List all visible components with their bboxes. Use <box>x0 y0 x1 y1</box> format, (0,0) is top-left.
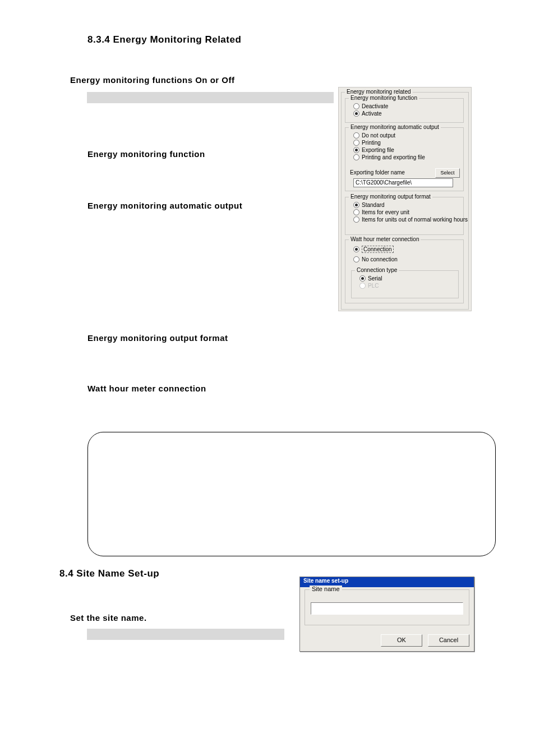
radio-printing-exporting-label: Printing and exporting file <box>362 154 425 160</box>
radio-icon <box>353 154 359 160</box>
watt-hour-meter-connection-label: Watt hour meter connection <box>87 384 206 393</box>
radio-items-out-normal[interactable]: Items for units out of normal working ho… <box>353 216 468 223</box>
radio-icon <box>353 110 359 117</box>
gray-highlight-bar-2 <box>87 629 284 640</box>
energy-monitoring-auto-output-group: Energy monitoring automatic output Do no… <box>345 127 464 191</box>
energy-monitoring-settings-panel: Energy monitoring related Energy monitor… <box>338 87 472 311</box>
radio-icon <box>353 216 359 223</box>
radio-printing-label: Printing <box>362 140 381 146</box>
site-name-group-legend: Site name <box>310 586 342 592</box>
radio-icon <box>353 132 359 139</box>
set-site-name-heading: Set the site name. <box>70 613 147 623</box>
site-name-group: Site name <box>305 589 469 625</box>
section-8-3-4-title: 8.3.4 Energy Monitoring Related <box>87 34 241 45</box>
exporting-folder-label: Exporting folder name <box>350 169 405 176</box>
ok-button[interactable]: OK <box>381 634 422 647</box>
note-box <box>87 432 496 556</box>
radio-items-every-unit[interactable]: Items for every unit <box>353 209 468 215</box>
gray-highlight-bar <box>87 92 334 103</box>
radio-icon <box>353 140 359 146</box>
radio-exporting-file[interactable]: Exporting file <box>353 147 425 153</box>
radio-do-not-output[interactable]: Do not output <box>353 132 425 139</box>
radio-icon <box>353 202 359 208</box>
radio-items-out-normal-label: Items for units out of normal working ho… <box>362 216 468 223</box>
radio-deactivate-label: Deactivate <box>362 103 388 109</box>
radio-printing[interactable]: Printing <box>353 140 425 146</box>
energy-monitoring-output-format-label: Energy monitoring output format <box>87 333 228 343</box>
energy-monitoring-auto-output-legend: Energy monitoring automatic output <box>349 124 441 130</box>
energy-monitoring-output-format-legend: Energy monitoring output format <box>349 193 432 200</box>
radio-icon <box>353 256 359 262</box>
radio-standard[interactable]: Standard <box>353 202 468 208</box>
radio-no-connection-label: No connection <box>362 256 398 262</box>
energy-monitoring-onoff-heading: Energy monitoring functions On or Off <box>70 75 235 85</box>
select-folder-button[interactable]: Select <box>435 168 460 178</box>
site-name-input[interactable] <box>311 602 463 615</box>
radio-activate[interactable]: Activate <box>353 110 388 117</box>
energy-monitoring-auto-output-label: Energy monitoring automatic output <box>87 201 242 210</box>
energy-monitoring-function-legend: Energy monitoring function <box>349 95 419 101</box>
dialog-button-row: OK Cancel <box>381 634 469 647</box>
energy-monitoring-function-label: Energy monitoring function <box>87 149 205 159</box>
radio-exporting-file-label: Exporting file <box>362 147 394 153</box>
radio-standard-label: Standard <box>362 202 385 208</box>
radio-icon <box>353 246 359 252</box>
radio-serial-label: Serial <box>368 275 382 282</box>
connection-type-legend: Connection type <box>355 267 399 273</box>
watt-hour-meter-connection-group: Watt hour meter connection Connection No… <box>345 239 464 303</box>
watt-hour-meter-connection-legend: Watt hour meter connection <box>349 236 421 242</box>
radio-connection[interactable]: Connection <box>353 246 398 253</box>
exporting-folder-input[interactable]: C:\TG2000\Chargefile\ <box>353 178 453 187</box>
energy-monitoring-function-group: Energy monitoring function Deactivate Ac… <box>345 98 464 123</box>
radio-do-not-output-label: Do not output <box>362 132 395 139</box>
cancel-button[interactable]: Cancel <box>428 634 469 647</box>
radio-printing-exporting[interactable]: Printing and exporting file <box>353 154 425 160</box>
radio-activate-label: Activate <box>362 110 382 117</box>
site-name-setup-dialog: Site name set-up Site name OK Cancel <box>299 577 474 652</box>
radio-no-connection[interactable]: No connection <box>353 256 398 262</box>
radio-icon <box>359 275 366 282</box>
energy-monitoring-output-format-group: Energy monitoring output format Standard… <box>345 197 464 235</box>
connection-type-group: Connection type Serial PLC <box>351 270 459 298</box>
radio-serial[interactable]: Serial <box>359 275 382 282</box>
document-page: 8.3.4 Energy Monitoring Related Energy m… <box>0 0 535 756</box>
energy-monitoring-related-group: Energy monitoring related Energy monitor… <box>341 92 469 310</box>
radio-icon <box>353 209 359 215</box>
radio-icon <box>353 147 359 153</box>
radio-icon <box>359 283 366 289</box>
radio-plc[interactable]: PLC <box>359 283 382 289</box>
radio-icon <box>353 103 359 109</box>
section-8-4-title: 8.4 Site Name Set-up <box>59 568 159 579</box>
radio-connection-label: Connection <box>362 246 394 253</box>
energy-monitoring-related-legend: Energy monitoring related <box>345 89 413 95</box>
radio-items-every-unit-label: Items for every unit <box>362 209 409 215</box>
radio-deactivate[interactable]: Deactivate <box>353 103 388 109</box>
radio-plc-label: PLC <box>368 283 379 289</box>
